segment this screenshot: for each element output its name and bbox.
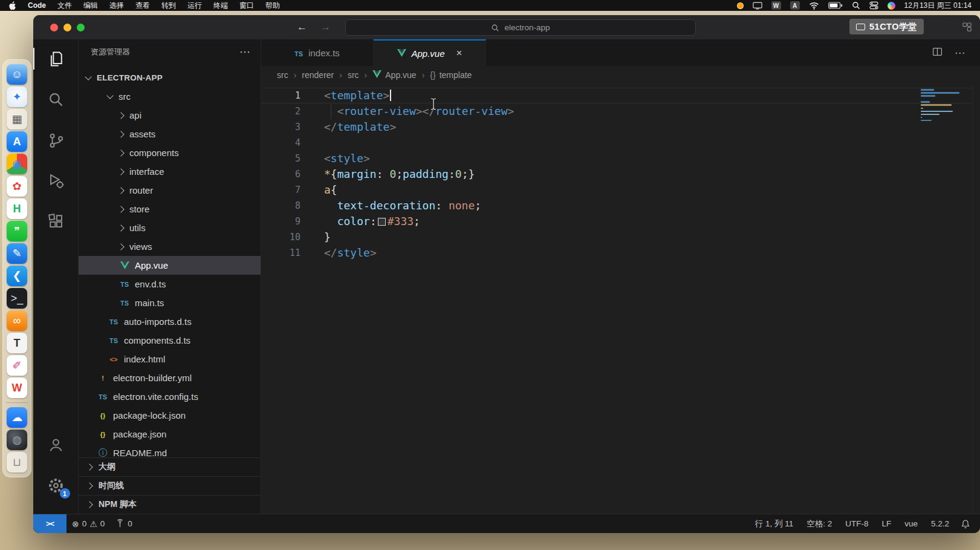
ports-indicator[interactable]: 0 (110, 514, 138, 533)
sidebar-section-[interactable]: 大纲 (79, 457, 261, 476)
status-language-mode[interactable]: vue (898, 514, 924, 533)
menu-item-[interactable]: 窗口 (239, 1, 254, 11)
tree-item-package-json[interactable]: {}package.json (79, 425, 261, 444)
tree-item-app-vue[interactable]: App.vue (79, 256, 261, 275)
source-control-icon[interactable] (33, 123, 79, 157)
dock-design-tool-icon[interactable]: ✎ (7, 243, 27, 264)
tree-item-electron-builder-yml[interactable]: !electron-builder.yml (79, 368, 261, 387)
breadcrumb-item-src[interactable]: src (277, 70, 288, 80)
dock-launchpad-icon[interactable]: ▦ (7, 109, 27, 129)
menu-item-[interactable]: 帮助 (265, 1, 280, 11)
menu-item-[interactable]: 编辑 (83, 1, 98, 11)
status-indentation[interactable]: 空格: 2 (800, 514, 839, 533)
menu-item-[interactable]: 运行 (187, 1, 202, 11)
extensions-icon[interactable] (33, 204, 79, 238)
code-line[interactable]: 8 text-decoration: none; (261, 198, 980, 214)
code-line[interactable]: 1<template> (261, 88, 980, 103)
assistant-icon[interactable] (888, 1, 895, 10)
command-center-search[interactable]: electron-app (345, 19, 696, 36)
menu-item-[interactable]: 转到 (161, 1, 176, 11)
minimize-window-button[interactable] (63, 24, 71, 31)
dock-safari-icon[interactable]: ✦ (7, 87, 27, 107)
minimap[interactable] (921, 89, 969, 123)
breadcrumb-item-template[interactable]: {}template (430, 70, 472, 80)
dock-vscode-icon[interactable]: ❮ (7, 266, 27, 286)
remote-indicator[interactable]: >< (33, 514, 67, 533)
problems-indicator[interactable]: ⊗ 0 ⚠ 0 (67, 514, 110, 533)
tree-item-auto-imports-d-ts[interactable]: TSauto-imports.d.ts (79, 312, 261, 331)
notifications-bell-icon[interactable] (956, 514, 980, 533)
tree-item-api[interactable]: api (79, 106, 261, 125)
split-editor-icon[interactable] (932, 47, 943, 59)
settings-gear-icon[interactable]: 1 (33, 468, 79, 502)
code-editor[interactable]: 1<template>2 <router-view></router-view>… (261, 84, 980, 514)
tree-item-electron-app[interactable]: ELECTRON-APP (79, 68, 261, 87)
maximize-window-button[interactable] (77, 24, 85, 31)
editor-scrollbar[interactable] (972, 84, 980, 514)
tree-item-src[interactable]: src (79, 87, 261, 106)
navigate-forward-icon[interactable]: → (320, 21, 331, 33)
battery-icon[interactable] (828, 1, 843, 10)
menu-item-[interactable]: 选择 (109, 1, 124, 11)
dock-typora-icon[interactable]: T (7, 333, 27, 353)
dock-baidu-netdisk-icon[interactable]: ☁ (7, 407, 27, 428)
menu-item-[interactable]: 查看 (135, 1, 150, 11)
status-extension-version[interactable]: 5.2.2 (924, 514, 956, 533)
tree-item-components-d-ts[interactable]: TScomponents.d.ts (79, 331, 261, 350)
explorer-icon[interactable] (33, 42, 79, 76)
breadcrumb-item-src[interactable]: src (348, 70, 359, 80)
breadcrumb-item-renderer[interactable]: renderer (302, 70, 334, 80)
sidebar-section-[interactable]: 时间线 (79, 476, 261, 495)
tree-item-interface[interactable]: interface (79, 162, 261, 181)
dock-globe-app-icon[interactable]: ◍ (7, 430, 27, 450)
code-line[interactable]: 6*{margin: 0;padding:0;} (261, 166, 980, 182)
dock-hbuilderx-icon[interactable]: H (7, 198, 27, 219)
menu-app-name[interactable]: Code (28, 1, 46, 10)
dock-wps-office-icon[interactable]: W (7, 378, 27, 398)
spotlight-icon[interactable] (852, 1, 860, 10)
code-line[interactable]: 4 (261, 135, 980, 151)
tree-item-env-d-ts[interactable]: TSenv.d.ts (79, 275, 261, 293)
status-cursor-position[interactable]: 行 1, 列 11 (748, 514, 800, 533)
code-line[interactable]: 3</template> (261, 119, 980, 135)
code-line[interactable]: 11</style> (261, 245, 980, 261)
tree-item-router[interactable]: router (79, 181, 261, 200)
code-line[interactable]: 7a{ (261, 182, 980, 198)
status-eol[interactable]: LF (875, 514, 898, 533)
tree-item-electron-vite-config-ts[interactable]: TSelectron.vite.config.ts (79, 387, 261, 406)
dock-finder-icon[interactable]: ☺ (7, 64, 27, 85)
code-line[interactable]: 5<style> (261, 151, 980, 166)
dock-art-palette-icon[interactable]: ✐ (7, 355, 27, 376)
run-debug-icon[interactable] (33, 163, 79, 197)
control-center-icon[interactable] (869, 1, 878, 10)
code-line[interactable]: 2 <router-view></router-view> (261, 103, 980, 119)
tree-item-main-ts[interactable]: TSmain.ts (79, 293, 261, 312)
tree-item-components[interactable]: components (79, 143, 261, 162)
tab-app-vue[interactable]: App.vue× (374, 39, 486, 66)
apple-logo-icon[interactable] (8, 1, 16, 10)
sidebar-more-actions-icon[interactable]: ⋯ (239, 45, 251, 59)
account-icon[interactable] (33, 428, 79, 462)
dock-wechat-icon[interactable]: ❞ (7, 221, 27, 241)
menu-datetime[interactable]: 12月13日 周三 01:14 (904, 1, 972, 11)
menu-item-[interactable]: 文件 (57, 1, 72, 11)
tree-item-assets[interactable]: assets (79, 125, 261, 143)
wps-office-menu-icon[interactable]: W (771, 1, 781, 10)
layout-grid-icon[interactable] (962, 22, 972, 34)
input-source-icon[interactable]: A (790, 1, 800, 10)
code-line[interactable]: 9 color:#333; (261, 214, 980, 229)
dock-sublime-text-icon[interactable]: ∞ (7, 310, 27, 331)
dock-trash-icon[interactable]: ⊔ (7, 452, 27, 473)
tree-item-views[interactable]: views (79, 237, 261, 256)
screen-recording-indicator-icon[interactable] (737, 1, 744, 10)
dock-chrome-icon[interactable]: ◉ (7, 154, 27, 174)
display-mirroring-icon[interactable] (753, 1, 762, 10)
tree-item-readme-md[interactable]: ⓘREADME.md (79, 444, 261, 457)
tree-item-utils[interactable]: utils (79, 218, 261, 237)
tree-item-store[interactable]: store (79, 200, 261, 218)
sidebar-section-npm[interactable]: NPM 脚本 (79, 495, 261, 514)
dock-terminal-icon[interactable]: >_ (7, 288, 27, 309)
code-line[interactable]: 10} (261, 229, 980, 245)
breadcrumb-item-app-vue[interactable]: App.vue (372, 70, 416, 80)
close-tab-icon[interactable]: × (456, 47, 462, 59)
